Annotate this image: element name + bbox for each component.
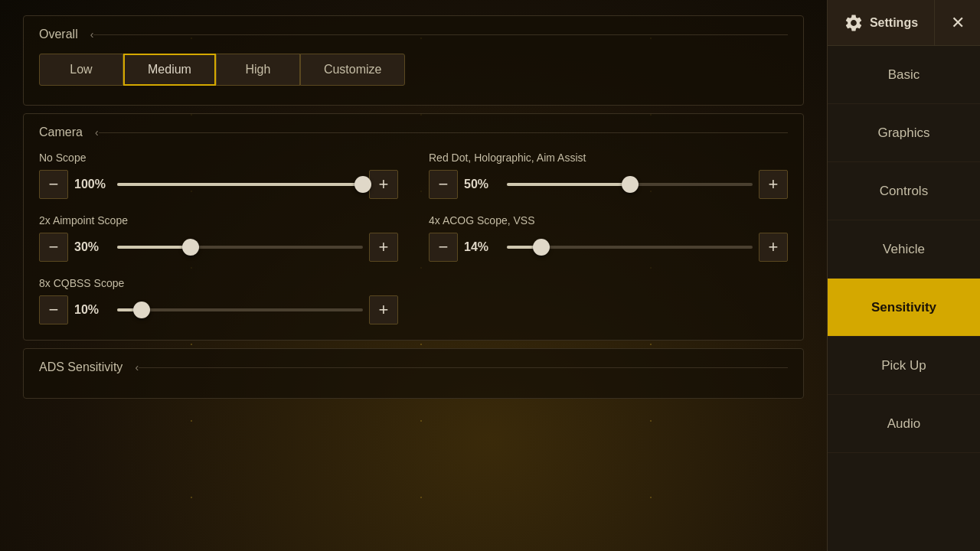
red-dot-label: Red Dot, Holographic, Aim Assist: [429, 152, 788, 164]
4x-acog-slider-track: [507, 246, 753, 249]
sidebar-item-sensitivity[interactable]: Sensitivity: [828, 279, 980, 337]
pickup-label: Pick Up: [881, 358, 926, 373]
2x-aimpoint-slider-fill: [117, 246, 191, 249]
no-scope-slider-track: [117, 183, 363, 186]
overall-header: Overall ‹: [39, 28, 788, 41]
8x-cqbss-increase-button[interactable]: +: [369, 295, 398, 324]
2x-aimpoint-slider-track: [117, 246, 363, 249]
2x-aimpoint-label: 2x Aimpoint Scope: [39, 214, 398, 227]
main-content: Overall ‹ Low Medium High Customize Came…: [0, 0, 827, 551]
8x-cqbss-slider-track: [117, 308, 363, 311]
quality-buttons-group: Low Medium High Customize: [39, 54, 788, 86]
sidebar-nav: Basic Graphics Controls Vehicle Sensitiv…: [828, 46, 980, 551]
2x-aimpoint-row: − 30% +: [39, 233, 398, 262]
8x-cqbss-decrease-button[interactable]: −: [39, 295, 68, 324]
vehicle-label: Vehicle: [883, 242, 925, 257]
4x-acog-increase-button[interactable]: +: [759, 233, 788, 262]
4x-acog-group: 4x ACOG Scope, VSS − 14% +: [429, 214, 788, 262]
high-quality-button[interactable]: High: [216, 54, 300, 86]
sidebar-header: Settings ✕: [828, 0, 980, 46]
camera-header: Camera ‹: [39, 126, 788, 139]
camera-divider: [99, 132, 788, 133]
sidebar-item-audio[interactable]: Audio: [828, 395, 980, 453]
sidebar-item-graphics[interactable]: Graphics: [828, 104, 980, 162]
sidebar-item-pickup[interactable]: Pick Up: [828, 337, 980, 395]
settings-header-button[interactable]: Settings: [828, 13, 934, 33]
controls-label: Controls: [880, 184, 928, 199]
no-scope-group: No Scope − 100% +: [39, 152, 398, 199]
2x-aimpoint-value: 30%: [74, 240, 111, 254]
2x-aimpoint-group: 2x Aimpoint Scope − 30% +: [39, 214, 398, 262]
2x-aimpoint-slider-thumb[interactable]: [182, 239, 199, 256]
graphics-label: Graphics: [877, 126, 929, 141]
no-scope-decrease-button[interactable]: −: [39, 170, 68, 199]
8x-cqbss-slider-thumb[interactable]: [133, 302, 150, 318]
camera-sliders-grid: No Scope − 100% + Red Dot, Holographic, …: [39, 152, 788, 324]
4x-acog-decrease-button[interactable]: −: [429, 233, 458, 262]
8x-cqbss-value: 10%: [74, 303, 111, 317]
settings-label: Settings: [870, 16, 918, 30]
no-scope-slider-track-container[interactable]: [117, 170, 363, 199]
ads-title: ADS Sensitivity: [39, 360, 122, 374]
audio-label: Audio: [887, 416, 920, 432]
2x-aimpoint-slider-track-container[interactable]: [117, 233, 363, 262]
red-dot-decrease-button[interactable]: −: [429, 170, 458, 199]
medium-quality-button[interactable]: Medium: [123, 54, 216, 86]
red-dot-value: 50%: [464, 178, 501, 191]
no-scope-value: 100%: [74, 178, 111, 191]
camera-section: Camera ‹ No Scope − 100% +: [23, 113, 804, 341]
no-scope-row: − 100% +: [39, 170, 398, 199]
8x-cqbss-group: 8x CQBSS Scope − 10% +: [39, 277, 398, 324]
red-dot-slider-track: [507, 183, 753, 186]
camera-title: Camera: [39, 126, 83, 139]
4x-acog-row: − 14% +: [429, 233, 788, 262]
no-scope-increase-button[interactable]: +: [369, 170, 398, 199]
red-dot-group: Red Dot, Holographic, Aim Assist − 50% +: [429, 152, 788, 199]
no-scope-slider-thumb[interactable]: [354, 176, 371, 193]
no-scope-slider-fill: [117, 183, 363, 186]
8x-cqbss-row: − 10% +: [39, 295, 398, 324]
sidebar-item-vehicle[interactable]: Vehicle: [828, 220, 980, 279]
ads-header: ADS Sensitivity ‹: [39, 360, 788, 374]
overall-section: Overall ‹ Low Medium High Customize: [23, 15, 804, 106]
sidebar: Settings ✕ Basic Graphics Controls Vehic…: [827, 0, 980, 551]
ads-section: ADS Sensitivity ‹: [23, 348, 804, 399]
sensitivity-label: Sensitivity: [871, 300, 936, 315]
gear-icon: [844, 13, 864, 33]
overall-divider: [93, 34, 788, 35]
overall-title: Overall: [39, 28, 78, 41]
4x-acog-slider-track-container[interactable]: [507, 233, 753, 262]
8x-cqbss-slider-track-container[interactable]: [117, 295, 363, 324]
4x-acog-value: 14%: [464, 240, 501, 254]
4x-acog-slider-thumb[interactable]: [533, 239, 550, 256]
2x-aimpoint-decrease-button[interactable]: −: [39, 233, 68, 262]
sidebar-item-controls[interactable]: Controls: [828, 162, 980, 220]
4x-acog-label: 4x ACOG Scope, VSS: [429, 214, 788, 227]
red-dot-increase-button[interactable]: +: [759, 170, 788, 199]
customize-quality-button[interactable]: Customize: [300, 54, 406, 86]
red-dot-slider-fill: [507, 183, 630, 186]
red-dot-slider-thumb[interactable]: [622, 176, 639, 193]
sidebar-item-basic[interactable]: Basic: [828, 46, 980, 104]
low-quality-button[interactable]: Low: [39, 54, 123, 86]
2x-aimpoint-increase-button[interactable]: +: [369, 233, 398, 262]
red-dot-row: − 50% +: [429, 170, 788, 199]
ads-divider: [139, 367, 788, 368]
close-icon: ✕: [951, 13, 965, 33]
basic-label: Basic: [888, 67, 920, 83]
red-dot-slider-track-container[interactable]: [507, 170, 753, 199]
close-button[interactable]: ✕: [934, 0, 980, 46]
no-scope-label: No Scope: [39, 152, 398, 164]
8x-cqbss-label: 8x CQBSS Scope: [39, 277, 398, 289]
